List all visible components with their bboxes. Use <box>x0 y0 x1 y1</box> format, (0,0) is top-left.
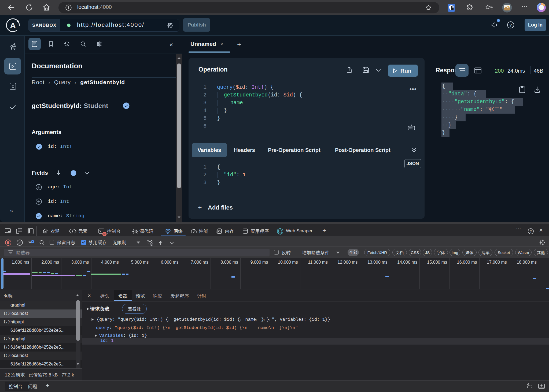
svg-text:A: A <box>10 21 16 30</box>
svg-text:?: ? <box>530 229 532 233</box>
svg-text:?: ? <box>510 23 512 27</box>
